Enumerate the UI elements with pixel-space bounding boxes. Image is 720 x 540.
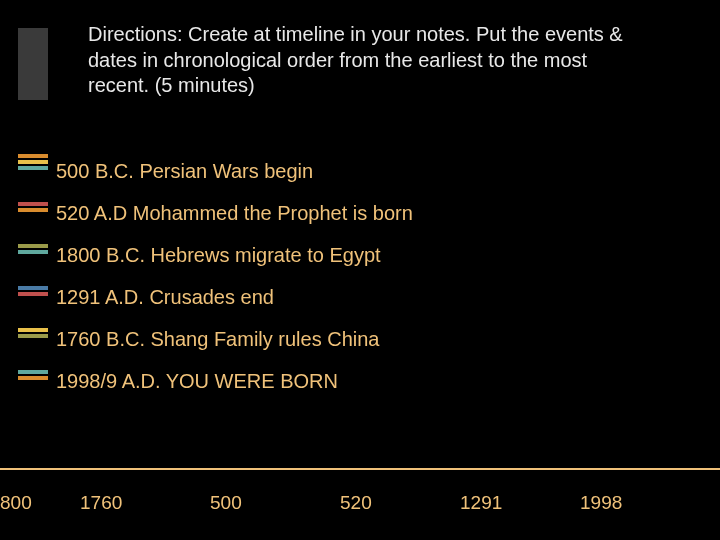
event-item: 1998/9 A.D. YOU WERE BORN (56, 368, 656, 394)
timeline-era: B.C. (80, 536, 117, 540)
event-item: 1291 A.D. Crusades end (56, 284, 656, 310)
accent-stripe (18, 334, 48, 338)
accent-sidebar (18, 28, 48, 498)
timeline-label: 1998 or 9 A.D. (580, 470, 622, 540)
timeline-year: 1998 (580, 492, 622, 513)
accent-stripe (18, 166, 48, 170)
event-item: 1800 B.C. Hebrews migrate to Egypt (56, 242, 656, 268)
accent-stripe (18, 208, 48, 212)
accent-stripe (18, 160, 48, 164)
directions-text: Directions: Create at timeline in your n… (88, 22, 628, 99)
timeline-year: 800 (0, 492, 32, 513)
timeline-label: 520 A.D. (340, 470, 377, 540)
accent-stripe (18, 286, 48, 290)
timeline-era: or 9 (580, 536, 613, 540)
timeline-era: B.C. (210, 536, 247, 540)
timeline-era: A.D. (340, 536, 377, 540)
timeline-era: A.D. (460, 536, 497, 540)
accent-stripe (18, 370, 48, 374)
event-item: 500 B.C. Persian Wars begin (56, 158, 656, 184)
directions-block: Directions: Create at timeline in your n… (88, 22, 628, 99)
timeline-year: 500 (210, 492, 242, 513)
accent-stripe (18, 292, 48, 296)
accent-stripe (18, 376, 48, 380)
event-item: 1760 B.C. Shang Family rules China (56, 326, 656, 352)
timeline-year: 1760 (80, 492, 122, 513)
timeline-labels: 800 .C. 1760 B.C. 500 B.C. 520 A.D. 1291… (0, 470, 720, 532)
timeline-label: 500 B.C. (210, 470, 247, 540)
timeline-label: 1760 B.C. (80, 470, 122, 540)
timeline-label: 800 .C. (0, 470, 32, 540)
accent-stripe (18, 244, 48, 248)
accent-block-dark (18, 28, 48, 100)
accent-stripe (18, 154, 48, 158)
events-list: 500 B.C. Persian Wars begin 520 A.D Moha… (56, 158, 656, 410)
accent-stripe (18, 250, 48, 254)
accent-stripe (18, 202, 48, 206)
timeline-era: .C. (0, 536, 24, 540)
event-item: 520 A.D Mohammed the Prophet is born (56, 200, 656, 226)
accent-stripe (18, 328, 48, 332)
timeline-year: 520 (340, 492, 372, 513)
timeline-label: 1291 A.D. (460, 470, 502, 540)
timeline-year: 1291 (460, 492, 502, 513)
